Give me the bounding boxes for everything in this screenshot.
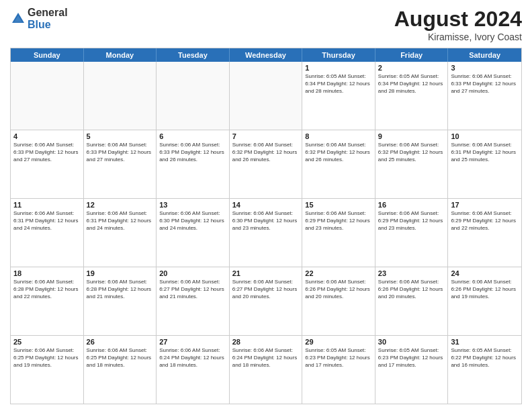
day-info: Sunrise: 6:06 AM Sunset: 6:31 PM Dayligh… xyxy=(13,210,81,232)
day-number: 27 xyxy=(159,338,226,346)
calendar-cell: 18Sunrise: 6:06 AM Sunset: 6:28 PM Dayli… xyxy=(11,267,84,335)
day-number: 20 xyxy=(159,269,226,277)
day-info: Sunrise: 6:06 AM Sunset: 6:28 PM Dayligh… xyxy=(87,279,154,300)
day-number: 3 xyxy=(451,64,519,72)
logo: General Blue xyxy=(10,7,68,30)
day-info: Sunrise: 6:06 AM Sunset: 6:33 PM Dayligh… xyxy=(451,73,519,95)
day-number: 23 xyxy=(378,269,445,277)
calendar-cell: 5Sunrise: 6:06 AM Sunset: 6:33 PM Daylig… xyxy=(84,130,157,198)
day-info: Sunrise: 6:06 AM Sunset: 6:33 PM Dayligh… xyxy=(13,142,81,163)
calendar-cell: 27Sunrise: 6:06 AM Sunset: 6:24 PM Dayli… xyxy=(157,336,230,404)
calendar-cell: 17Sunrise: 6:06 AM Sunset: 6:29 PM Dayli… xyxy=(448,199,521,267)
header-cell-friday: Friday xyxy=(375,48,449,62)
day-info: Sunrise: 6:05 AM Sunset: 6:34 PM Dayligh… xyxy=(305,73,372,95)
day-number: 31 xyxy=(451,338,519,346)
header-cell-tuesday: Tuesday xyxy=(157,48,230,62)
calendar-row: 4Sunrise: 6:06 AM Sunset: 6:33 PM Daylig… xyxy=(11,130,521,198)
day-number: 28 xyxy=(232,338,300,346)
day-number: 4 xyxy=(13,132,81,140)
day-info: Sunrise: 6:05 AM Sunset: 6:34 PM Dayligh… xyxy=(378,73,445,95)
day-info: Sunrise: 6:06 AM Sunset: 6:26 PM Dayligh… xyxy=(378,279,445,300)
day-number: 5 xyxy=(87,132,154,140)
calendar-cell: 31Sunrise: 6:05 AM Sunset: 6:22 PM Dayli… xyxy=(448,336,521,404)
calendar-cell: 25Sunrise: 6:06 AM Sunset: 6:25 PM Dayli… xyxy=(11,336,84,404)
day-number: 16 xyxy=(378,201,445,209)
day-info: Sunrise: 6:06 AM Sunset: 6:28 PM Dayligh… xyxy=(13,279,81,300)
calendar-body: 1Sunrise: 6:05 AM Sunset: 6:34 PM Daylig… xyxy=(11,62,521,404)
day-info: Sunrise: 6:06 AM Sunset: 6:31 PM Dayligh… xyxy=(451,142,519,163)
day-number: 2 xyxy=(378,64,445,72)
day-number: 6 xyxy=(159,132,226,140)
calendar-cell: 15Sunrise: 6:06 AM Sunset: 6:29 PM Dayli… xyxy=(302,199,375,267)
calendar-cell: 23Sunrise: 6:06 AM Sunset: 6:26 PM Dayli… xyxy=(375,267,449,335)
day-info: Sunrise: 6:06 AM Sunset: 6:33 PM Dayligh… xyxy=(87,142,154,163)
calendar-cell: 7Sunrise: 6:06 AM Sunset: 6:32 PM Daylig… xyxy=(230,130,303,198)
calendar-cell xyxy=(230,62,303,130)
day-number: 1 xyxy=(305,64,372,72)
calendar-header: SundayMondayTuesdayWednesdayThursdayFrid… xyxy=(11,48,521,62)
header-cell-sunday: Sunday xyxy=(11,48,84,62)
day-number: 9 xyxy=(378,132,445,140)
day-number: 12 xyxy=(87,201,154,209)
header-cell-wednesday: Wednesday xyxy=(230,48,303,62)
day-number: 29 xyxy=(305,338,372,346)
logo-general: General xyxy=(28,7,68,18)
calendar-cell: 21Sunrise: 6:06 AM Sunset: 6:27 PM Dayli… xyxy=(230,267,303,335)
day-number: 7 xyxy=(232,132,300,140)
logo-icon xyxy=(10,11,26,27)
calendar-row: 18Sunrise: 6:06 AM Sunset: 6:28 PM Dayli… xyxy=(11,267,521,335)
day-info: Sunrise: 6:06 AM Sunset: 6:33 PM Dayligh… xyxy=(159,142,226,163)
calendar-row: 25Sunrise: 6:06 AM Sunset: 6:25 PM Dayli… xyxy=(11,335,521,404)
calendar-cell: 28Sunrise: 6:06 AM Sunset: 6:24 PM Dayli… xyxy=(230,336,303,404)
calendar-cell: 19Sunrise: 6:06 AM Sunset: 6:28 PM Dayli… xyxy=(84,267,157,335)
day-info: Sunrise: 6:06 AM Sunset: 6:29 PM Dayligh… xyxy=(378,210,445,232)
calendar-cell: 29Sunrise: 6:05 AM Sunset: 6:23 PM Dayli… xyxy=(302,336,375,404)
calendar-cell: 2Sunrise: 6:05 AM Sunset: 6:34 PM Daylig… xyxy=(375,62,449,130)
day-number: 17 xyxy=(451,201,519,209)
day-info: Sunrise: 6:06 AM Sunset: 6:27 PM Dayligh… xyxy=(232,279,300,300)
calendar-cell: 8Sunrise: 6:06 AM Sunset: 6:32 PM Daylig… xyxy=(302,130,375,198)
calendar-cell: 26Sunrise: 6:06 AM Sunset: 6:25 PM Dayli… xyxy=(84,336,157,404)
calendar-cell xyxy=(157,62,230,130)
header: General Blue August 2024 Kiramisse, Ivor… xyxy=(10,7,522,42)
day-number: 19 xyxy=(87,269,154,277)
day-number: 26 xyxy=(87,338,154,346)
header-cell-monday: Monday xyxy=(84,48,157,62)
logo-blue: Blue xyxy=(28,19,51,30)
day-info: Sunrise: 6:05 AM Sunset: 6:23 PM Dayligh… xyxy=(305,347,372,369)
calendar-cell: 11Sunrise: 6:06 AM Sunset: 6:31 PM Dayli… xyxy=(11,199,84,267)
day-number: 10 xyxy=(451,132,519,140)
logo-text: General Blue xyxy=(28,7,68,30)
day-number: 13 xyxy=(159,201,226,209)
calendar-cell: 22Sunrise: 6:06 AM Sunset: 6:26 PM Dayli… xyxy=(302,267,375,335)
day-info: Sunrise: 6:06 AM Sunset: 6:24 PM Dayligh… xyxy=(232,347,300,369)
day-number: 8 xyxy=(305,132,372,140)
day-info: Sunrise: 6:06 AM Sunset: 6:31 PM Dayligh… xyxy=(87,210,154,232)
day-info: Sunrise: 6:06 AM Sunset: 6:26 PM Dayligh… xyxy=(305,279,372,300)
day-info: Sunrise: 6:06 AM Sunset: 6:29 PM Dayligh… xyxy=(305,210,372,232)
calendar-cell: 20Sunrise: 6:06 AM Sunset: 6:27 PM Dayli… xyxy=(157,267,230,335)
day-number: 24 xyxy=(451,269,519,277)
main-title: August 2024 xyxy=(394,7,522,32)
calendar-cell xyxy=(84,62,157,130)
calendar-cell: 6Sunrise: 6:06 AM Sunset: 6:33 PM Daylig… xyxy=(157,130,230,198)
day-number: 25 xyxy=(13,338,81,346)
day-number: 18 xyxy=(13,269,81,277)
subtitle: Kiramisse, Ivory Coast xyxy=(394,32,522,42)
calendar-cell: 4Sunrise: 6:06 AM Sunset: 6:33 PM Daylig… xyxy=(11,130,84,198)
day-info: Sunrise: 6:06 AM Sunset: 6:32 PM Dayligh… xyxy=(378,142,445,163)
title-block: August 2024 Kiramisse, Ivory Coast xyxy=(394,7,522,42)
calendar-cell: 24Sunrise: 6:06 AM Sunset: 6:26 PM Dayli… xyxy=(448,267,521,335)
day-number: 30 xyxy=(378,338,445,346)
calendar-cell: 1Sunrise: 6:05 AM Sunset: 6:34 PM Daylig… xyxy=(302,62,375,130)
day-info: Sunrise: 6:06 AM Sunset: 6:32 PM Dayligh… xyxy=(232,142,300,163)
day-info: Sunrise: 6:06 AM Sunset: 6:25 PM Dayligh… xyxy=(87,347,154,369)
day-info: Sunrise: 6:05 AM Sunset: 6:22 PM Dayligh… xyxy=(451,347,519,369)
calendar-cell: 9Sunrise: 6:06 AM Sunset: 6:32 PM Daylig… xyxy=(375,130,449,198)
calendar-cell: 12Sunrise: 6:06 AM Sunset: 6:31 PM Dayli… xyxy=(84,199,157,267)
calendar-cell: 16Sunrise: 6:06 AM Sunset: 6:29 PM Dayli… xyxy=(375,199,449,267)
calendar-row: 11Sunrise: 6:06 AM Sunset: 6:31 PM Dayli… xyxy=(11,198,521,267)
day-info: Sunrise: 6:06 AM Sunset: 6:24 PM Dayligh… xyxy=(159,347,226,369)
calendar-row: 1Sunrise: 6:05 AM Sunset: 6:34 PM Daylig… xyxy=(11,62,521,130)
calendar-cell: 13Sunrise: 6:06 AM Sunset: 6:30 PM Dayli… xyxy=(157,199,230,267)
